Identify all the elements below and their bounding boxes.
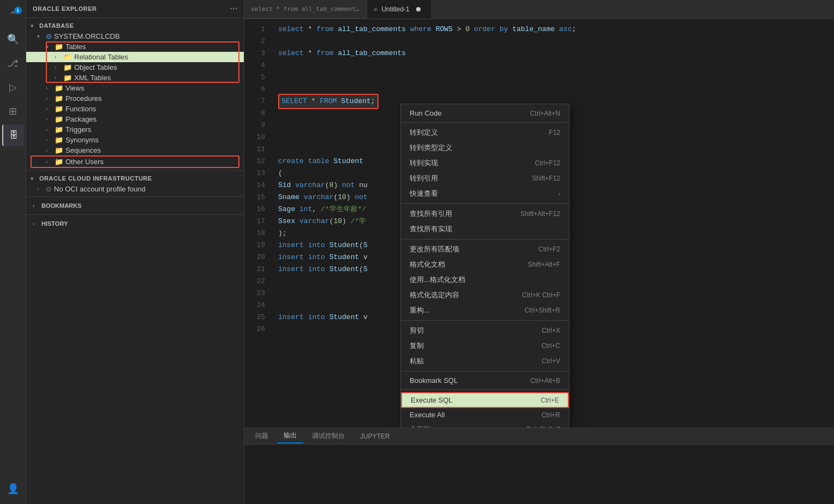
menu-item-label: 使用...格式化文档 bbox=[410, 275, 465, 285]
menu-shortcut: Shift+F12 bbox=[532, 175, 560, 182]
chevron-right-icon: › bbox=[33, 203, 39, 209]
tree-item-label: Views bbox=[65, 84, 84, 92]
menu-item-label: 快速查看 bbox=[410, 189, 438, 199]
menu-shortcut: Ctrl+E bbox=[541, 397, 559, 404]
menu-item-refactor[interactable]: 重构... Ctrl+Shift+R bbox=[401, 303, 569, 318]
tree-item-sequences[interactable]: › 📁 Sequences bbox=[26, 145, 244, 155]
folder-icon: 📁 bbox=[55, 105, 63, 113]
menu-item-quick-look[interactable]: 快速查看 › bbox=[401, 186, 569, 201]
menu-item-format-selection[interactable]: 格式化选定内容 Ctrl+K Ctrl+F bbox=[401, 287, 569, 303]
tree-item-label: Procedures bbox=[65, 94, 101, 103]
sidebar-item-run[interactable]: ▷ bbox=[2, 76, 24, 98]
tree-item-procedures[interactable]: › 📁 Procedures bbox=[26, 93, 244, 104]
chevron-right-icon: › bbox=[46, 159, 52, 165]
menu-item-goto-implementation[interactable]: 转到实现 Ctrl+F12 bbox=[401, 155, 569, 171]
menu-separator bbox=[401, 239, 569, 239]
folder-icon: 📁 bbox=[55, 94, 63, 103]
panel-tab-label: 问题 bbox=[255, 432, 268, 440]
menu-shortcut: Ctrl+F12 bbox=[535, 159, 560, 167]
sidebar-item-account[interactable]: 👤 bbox=[2, 478, 24, 500]
more-actions-icon[interactable]: ⋯ bbox=[230, 4, 238, 13]
menu-item-paste[interactable]: 粘贴 Ctrl+V bbox=[401, 353, 569, 369]
chevron-right-icon: › bbox=[46, 147, 52, 153]
chevron-right-icon: › bbox=[46, 127, 52, 133]
code-line-4 bbox=[278, 59, 827, 71]
tree-item-tables[interactable]: ▾ 📁 Tables bbox=[26, 41, 244, 52]
menu-item-full-page[interactable]: 全车版... Ctrl+Shift+? bbox=[401, 422, 569, 428]
menu-item-copy[interactable]: 复制 Ctrl+C bbox=[401, 338, 569, 353]
menu-item-format-document[interactable]: 格式化文档 Shift+Alt+F bbox=[401, 257, 569, 272]
sidebar-item-source-control[interactable]: ⌃ bbox=[2, 4, 24, 26]
sidebar-item-scm[interactable]: ⎇ bbox=[2, 52, 24, 74]
tree-item-functions[interactable]: › 📁 Functions bbox=[26, 104, 244, 114]
history-section-header[interactable]: › HISTORY bbox=[26, 217, 244, 230]
menu-item-execute-sql[interactable]: Execute SQL Ctrl+E bbox=[401, 392, 569, 408]
folder-icon: 📁 bbox=[63, 74, 72, 82]
sidebar-item-database[interactable]: 🗄 bbox=[2, 124, 24, 146]
menu-separator bbox=[401, 371, 569, 371]
tree-item-no-oci[interactable]: › ⊙ No OCI account profile found bbox=[26, 184, 244, 194]
menu-item-goto-type-definition[interactable]: 转到类型定义 bbox=[401, 140, 569, 155]
panel-tab-label: JUPYTER bbox=[360, 433, 390, 440]
tree-item-other-users[interactable]: › 📁 Other Users bbox=[26, 157, 244, 167]
tree-item-label: No OCI account profile found bbox=[54, 185, 146, 193]
menu-item-execute-all[interactable]: Execute All Ctrl+R bbox=[401, 408, 569, 422]
panel-tab-output[interactable]: 输出 bbox=[277, 429, 303, 443]
menu-item-find-all-references[interactable]: 查找所有引用 Shift+Alt+F12 bbox=[401, 206, 569, 221]
tree-item-object-tables[interactable]: › 📁 Object Tables bbox=[26, 62, 244, 73]
chevron-right-icon: › bbox=[37, 186, 44, 192]
menu-item-find-all-implementations[interactable]: 查找所有实现 bbox=[401, 221, 569, 237]
tree-item-xml-tables[interactable]: › 📁 XML Tables bbox=[26, 73, 244, 83]
panel-tab-debug-console[interactable]: 调试控制台 bbox=[305, 429, 351, 443]
code-line-5 bbox=[278, 71, 827, 83]
tree-item-system-orclcdb[interactable]: ▾ ⊙ SYSTEM.ORCLCDB bbox=[26, 31, 244, 41]
tree-item-relational-tables[interactable]: › 📁 Relational Tables bbox=[26, 52, 244, 62]
main-area: select * from all_tab_comments where ROW… bbox=[244, 0, 834, 504]
bookmarks-label: BOOKMARKS bbox=[41, 202, 81, 209]
tree-item-label: Other Users bbox=[65, 158, 104, 166]
menu-shortcut: Shift+Alt+F12 bbox=[520, 210, 560, 218]
tab-icon: ≡ bbox=[374, 6, 377, 13]
menu-item-label: 查找所有引用 bbox=[410, 209, 452, 219]
menu-item-label: 格式化文档 bbox=[410, 260, 445, 269]
oci-section-label: ORACLE CLOUD INFRASTRUCTURE bbox=[39, 175, 152, 182]
chevron-right-icon: › bbox=[55, 54, 61, 60]
panel-tab-jupyter[interactable]: JUPYTER bbox=[353, 430, 397, 442]
folder-icon: 📁 bbox=[55, 136, 63, 144]
bottom-panel: 问题 输出 调试控制台 JUPYTER bbox=[244, 428, 834, 504]
tree-item-synonyms[interactable]: › 📁 Synonyms bbox=[26, 135, 244, 145]
sidebar-item-extensions[interactable]: ⊞ bbox=[2, 100, 24, 122]
menu-shortcut: Shift+Alt+F bbox=[528, 261, 560, 268]
panel-tab-problems[interactable]: 问题 bbox=[249, 429, 275, 443]
chevron-down-icon: ▾ bbox=[46, 44, 52, 50]
oci-section-header[interactable]: ▾ ORACLE CLOUD INFRASTRUCTURE bbox=[26, 173, 244, 184]
sidebar-item-search[interactable]: 🔍 bbox=[2, 28, 24, 50]
menu-shortcut: Ctrl+Alt+N bbox=[530, 110, 560, 117]
tree-item-packages[interactable]: › 📁 Packages bbox=[26, 114, 244, 124]
branch-icon: ⎇ bbox=[7, 57, 19, 69]
tab-untitled-1[interactable]: ≡ Untitled-1 bbox=[367, 0, 432, 19]
folder-icon: 📁 bbox=[63, 53, 72, 61]
menu-item-bookmark-sql[interactable]: Bookmark SQL Ctrl+Alt+B bbox=[401, 374, 569, 387]
tree-item-triggers[interactable]: › 📁 Triggers bbox=[26, 124, 244, 135]
db-icon: ⊙ bbox=[46, 32, 52, 40]
menu-item-run-code[interactable]: Run Code Ctrl+Alt+N bbox=[401, 106, 569, 120]
chevron-right-icon: › bbox=[55, 64, 61, 70]
menu-item-goto-references[interactable]: 转到引用 Shift+F12 bbox=[401, 171, 569, 186]
tree-item-label: XML Tables bbox=[74, 74, 111, 82]
run-icon: ▷ bbox=[9, 81, 17, 93]
menu-item-label: 更改所有匹配项 bbox=[410, 244, 459, 254]
tree-item-label: Synonyms bbox=[65, 136, 99, 144]
context-menu: Run Code Ctrl+Alt+N 转到定义 F12 转到类型定义 转到实现… bbox=[400, 104, 569, 428]
editor[interactable]: 1 2 3 4 5 6 7 8 9 10 11 12 13 14 15 16 1… bbox=[244, 19, 834, 428]
bookmarks-section-header[interactable]: › BOOKMARKS bbox=[26, 199, 244, 212]
database-section-header[interactable]: ▾ DATABASE bbox=[26, 20, 244, 31]
menu-shortcut: Ctrl+K Ctrl+F bbox=[522, 291, 560, 299]
menu-item-change-all-occurrences[interactable]: 更改所有匹配项 Ctrl+F2 bbox=[401, 242, 569, 257]
sidebar-title-actions: ⋯ bbox=[230, 4, 238, 13]
panel-content bbox=[244, 445, 834, 504]
tree-item-views[interactable]: › 📁 Views bbox=[26, 83, 244, 93]
menu-item-cut[interactable]: 剪切 Ctrl+X bbox=[401, 323, 569, 338]
menu-item-goto-definition[interactable]: 转到定义 F12 bbox=[401, 125, 569, 140]
menu-item-format-document-with[interactable]: 使用...格式化文档 bbox=[401, 272, 569, 287]
